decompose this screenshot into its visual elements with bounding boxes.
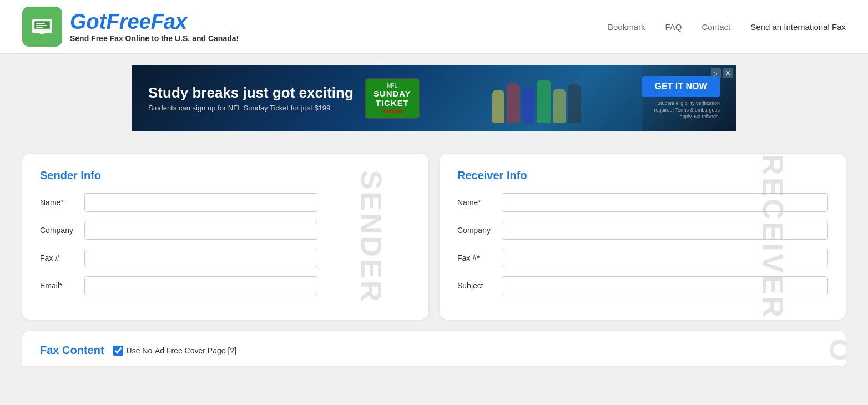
nav-international[interactable]: Send an International Fax (750, 22, 846, 32)
ad-content-left: Study breaks just got exciting Students … (148, 84, 354, 112)
sender-company-label: Company (40, 226, 84, 235)
receiver-fax-label: Fax #* (457, 254, 502, 262)
ad-cta-area: GET IT NOW Student eligibility verificat… (642, 76, 720, 120)
sender-fax-input[interactable] (84, 249, 317, 267)
sender-card-title: Sender Info (40, 169, 411, 182)
receiver-subject-input[interactable] (502, 276, 828, 295)
sender-name-label: Name* (40, 198, 84, 207)
receiver-company-input[interactable] (502, 221, 828, 240)
sunday-label: SUNDAYTICKET (374, 89, 411, 108)
ad-sub-text: Students can sign up for NFL Sunday Tick… (148, 104, 354, 112)
receiver-subject-label: Subject (457, 281, 502, 290)
sender-company-row: Company (40, 221, 411, 240)
logo-area: GotFreeFax Send Free Fax Online to the U… (22, 7, 239, 47)
ad-players (431, 65, 642, 131)
nfl-label: NFL (374, 83, 411, 89)
fax-content-title: Fax Content (40, 344, 104, 357)
svg-rect-4 (36, 25, 47, 26)
receiver-company-label: Company (457, 226, 502, 235)
ad-cta-button[interactable]: GET IT NOW (642, 76, 720, 97)
sender-company-input[interactable] (84, 221, 317, 240)
cover-page-label[interactable]: Use No-Ad Free Cover Page [?] (113, 346, 236, 356)
sender-email-label: Email* (40, 281, 84, 290)
ad-section: Study breaks just got exciting Students … (0, 54, 868, 143)
receiver-name-row: Name* (457, 193, 828, 212)
nav-bookmark[interactable]: Bookmark (608, 22, 645, 32)
receiver-fax-row: Fax #* (457, 249, 828, 267)
receiver-subject-row: Subject (457, 276, 828, 295)
logo-text-block: GotFreeFax Send Free Fax Online to the U… (70, 11, 239, 43)
svg-rect-5 (36, 27, 43, 28)
receiver-company-row: Company (457, 221, 828, 240)
main-nav: Bookmark FAQ Contact Send an Internation… (608, 22, 846, 32)
cover-page-checkbox[interactable] (113, 346, 123, 356)
sender-name-input[interactable] (84, 193, 317, 212)
sender-name-row: Name* (40, 193, 411, 212)
receiver-name-label: Name* (457, 198, 502, 207)
nav-faq[interactable]: FAQ (665, 22, 682, 32)
youtube-label: YouTube (374, 109, 411, 114)
sender-fax-row: Fax # (40, 249, 411, 267)
sender-card: Sender Info Name* Company Fax # Email* S… (22, 154, 428, 320)
header: GotFreeFax Send Free Fax Online to the U… (0, 0, 868, 54)
ad-close-button[interactable]: ✕ (723, 68, 733, 78)
logo-subtitle: Send Free Fax Online to the U.S. and Can… (70, 34, 239, 43)
fax-content-header: Fax Content Use No-Ad Free Cover Page [?… (40, 344, 828, 357)
forms-row: Sender Info Name* Company Fax # Email* S… (22, 154, 846, 320)
fax-content-section: Fax Content Use No-Ad Free Cover Page [?… (22, 331, 846, 366)
ad-banner: Study breaks just got exciting Students … (132, 65, 736, 131)
logo-title: GotFreeFax (70, 11, 239, 34)
logo-icon (22, 7, 62, 47)
svg-rect-3 (36, 23, 45, 24)
receiver-name-input[interactable] (502, 193, 828, 212)
receiver-card: Receiver Info Name* Company Fax #* Subje… (440, 154, 846, 320)
sender-email-row: Email* (40, 276, 411, 295)
ad-ticket-badge: NFL SUNDAYTICKET YouTube (365, 78, 420, 119)
sender-fax-label: Fax # (40, 254, 84, 262)
ad-fine-print: Student eligibility verification require… (642, 100, 720, 120)
main-content: Sender Info Name* Company Fax # Email* S… (0, 143, 868, 366)
nav-contact[interactable]: Contact (702, 22, 731, 32)
sender-email-input[interactable] (84, 276, 317, 295)
cover-page-label-text: Use No-Ad Free Cover Page [?] (127, 346, 236, 355)
receiver-fax-input[interactable] (502, 249, 828, 267)
receiver-card-title: Receiver Info (457, 169, 828, 182)
ad-main-text: Study breaks just got exciting (148, 84, 354, 102)
